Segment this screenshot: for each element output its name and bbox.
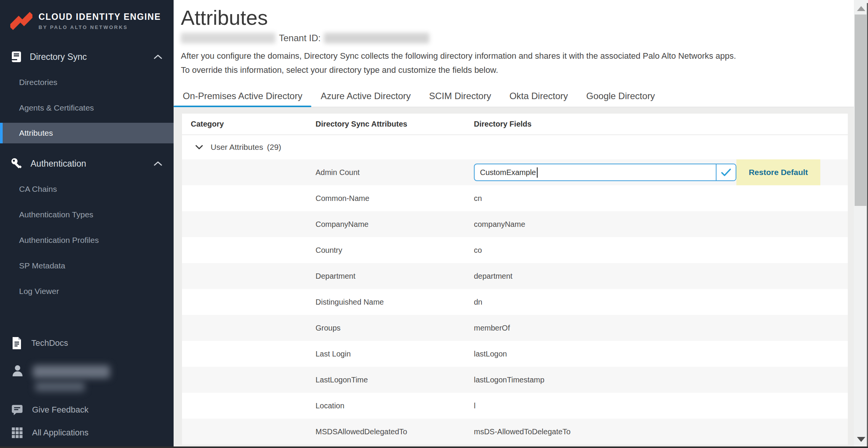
attributes-table: Category Directory Sync Attributes Direc… [182,114,848,445]
directory-type-tabs: On-Premises Active Directory Azure Activ… [174,85,854,107]
sidebar-nav: Directory Sync Directories Agents & Cert… [0,40,174,446]
sidebar-item-techdocs[interactable]: TechDocs [0,332,174,355]
person-icon [11,365,24,377]
key-icon [11,157,23,170]
palo-alto-slashes-icon [10,9,32,33]
redacted-directory-name [181,33,275,43]
directory-field-input-value: CustomExample [480,168,536,177]
document-icon [11,337,22,350]
sidebar-section-label: Directory Sync [30,52,146,62]
attribute-name: Department [316,272,474,281]
sidebar-item-sp-metadata[interactable]: SP Metadata [0,253,174,278]
sidebar-item-authentication-types[interactable]: Authentication Types [0,202,174,227]
scroll-down-arrow-icon[interactable] [857,437,865,442]
table-row-distinguished-name: Distinguished Name dn [182,289,848,315]
redacted-tenant-id [324,33,429,43]
sidebar-item-ca-chains[interactable]: CA Chains [0,176,174,202]
table-row-common-name: Common-Name cn [182,185,848,211]
user-account[interactable] [0,365,174,392]
confirm-edit-button[interactable] [716,164,736,180]
table-row-country: Country co [182,237,848,263]
directory-field-edit-group: CustomExample [474,164,736,181]
table-row-last-login: Last Login lastLogon [182,341,848,367]
table-row-companyname: CompanyName companyName [182,211,848,237]
techdocs-label: TechDocs [31,338,68,348]
group-label: User Attributes [211,143,263,152]
sidebar-item-directories[interactable]: Directories [0,69,174,95]
directory-field-value: companyName [474,220,848,229]
page-body: Category Directory Sync Attributes Direc… [174,107,854,446]
attribute-name: Admin Count [316,168,474,177]
give-feedback-label: Give Feedback [32,405,89,415]
page-header: Attributes Tenant ID: After you configur… [174,0,854,77]
sidebar-item-log-viewer[interactable]: Log Viewer [0,278,174,304]
directory-field-input[interactable]: CustomExample [475,164,716,180]
attribute-name: Distinguished Name [316,298,474,307]
directory-field-value: co [474,246,848,255]
directory-field-value: cn [474,194,848,203]
page-title: Attributes [181,5,854,30]
tab-on-premises-active-directory[interactable]: On-Premises Active Directory [174,85,311,107]
page-description: After you configure the domains, Directo… [181,49,854,77]
scrollbar-thumb[interactable] [855,14,866,206]
chevron-up-icon [154,54,162,59]
table-row-admin-count: Admin Count CustomExample Resto [182,159,848,185]
attribute-name: MSDSAllowedDelegatedTo [316,427,474,436]
sidebar-item-give-feedback[interactable]: Give Feedback [0,398,174,421]
tab-azure-active-directory[interactable]: Azure Active Directory [311,85,420,107]
directory-field-value: department [474,272,848,281]
app-logo: CLOUD IDENTITY ENGINE BY PALO ALTO NETWO… [0,0,174,40]
column-header-category: Category [191,120,316,128]
table-row-lastlogontime: LastLogonTime lastLogonTimestamp [182,367,848,393]
sidebar-section-label: Authentication [31,159,146,169]
tenant-id-label: Tenant ID: [279,33,320,43]
attribute-name: Country [316,246,474,255]
directory-field-value: msDS-AllowedToDelegateTo [474,427,848,436]
main-content: Attributes Tenant ID: After you configur… [174,0,854,446]
book-icon [11,51,22,63]
sidebar-item-authentication-profiles[interactable]: Authentication Profiles [0,227,174,253]
column-header-directory-sync-attributes: Directory Sync Attributes [316,120,474,128]
all-applications-label: All Applications [32,428,89,438]
group-row-user-attributes[interactable]: User Attributes (29) [182,135,848,159]
directory-field-value: l [474,401,848,410]
check-icon [721,168,731,177]
sidebar-item-all-applications[interactable]: All Applications [0,421,174,444]
logo-subtitle: BY PALO ALTO NETWORKS [39,24,161,30]
attribute-name: CompanyName [316,220,474,229]
group-count: (29) [267,143,281,152]
directory-field-value: memberOf [474,324,848,332]
table-row-msdsalloweddelegatedto: MSDSAllowedDelegatedTo msDS-AllowedToDel… [182,419,848,445]
sidebar-section-directory-sync[interactable]: Directory Sync [0,44,174,69]
chevron-down-icon [195,145,203,150]
grid-icon [11,427,23,438]
chevron-up-icon [154,161,162,166]
redacted-user-role [35,382,85,392]
vertical-scrollbar[interactable] [854,0,868,448]
attribute-name: Common-Name [316,194,474,203]
table-row-groups: Groups memberOf [182,315,848,341]
sidebar-section-authentication[interactable]: Authentication [0,151,174,176]
description-line-2: To override this information, select you… [181,63,854,77]
attribute-name: Groups [316,324,474,332]
scroll-up-arrow-icon[interactable] [857,6,865,11]
chat-bubble-icon [11,404,23,416]
sidebar-item-agents-certificates[interactable]: Agents & Certificates [0,95,174,120]
column-header-directory-fields: Directory Fields [474,120,848,128]
tab-okta-directory[interactable]: Okta Directory [500,85,577,107]
tab-scim-directory[interactable]: SCIM Directory [420,85,500,107]
table-header-row: Category Directory Sync Attributes Direc… [182,114,848,135]
tab-google-directory[interactable]: Google Directory [577,85,664,107]
attribute-name: Last Login [316,350,474,358]
directory-field-value: lastLogonTimestamp [474,376,848,384]
text-cursor [537,167,538,178]
sidebar-item-attributes[interactable]: Attributes [0,123,174,143]
restore-default-button[interactable]: Restore Default [736,159,820,185]
directory-field-value: dn [474,298,848,307]
redacted-user-name [33,365,110,378]
window-bottom-edge [0,446,868,448]
logo-title: CLOUD IDENTITY ENGINE [39,12,161,22]
directory-field-value: lastLogon [474,350,848,358]
table-row-department: Department department [182,263,848,289]
table-row-location: Location l [182,393,848,419]
